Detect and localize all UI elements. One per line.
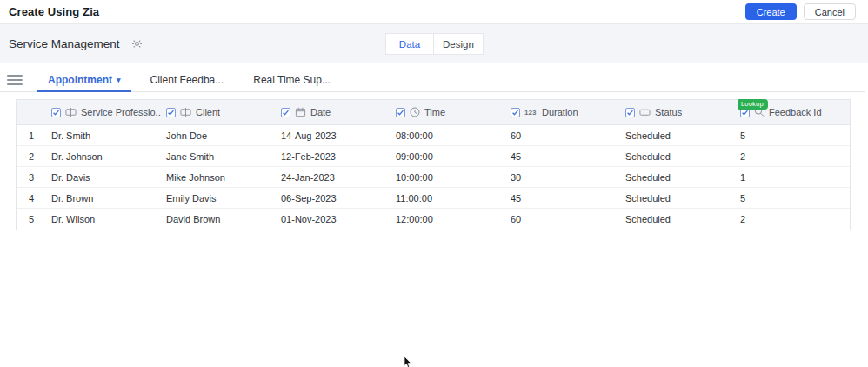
tab-label: Client Feedba... bbox=[150, 74, 224, 86]
text-field-icon bbox=[180, 107, 191, 117]
panel-right-edge bbox=[865, 63, 865, 367]
clock-icon bbox=[410, 107, 420, 117]
form-tab-bar: Appointment ▾ Client Feedba... Real Time… bbox=[0, 69, 865, 92]
table-cell: Mike Johnson bbox=[161, 172, 276, 183]
row-number: 5 bbox=[17, 214, 46, 224]
table-cell: 45 bbox=[505, 151, 620, 162]
data-preview-table: Service Professio...ClientDateTime123Dur… bbox=[16, 99, 851, 230]
column-label: Client bbox=[196, 107, 220, 117]
create-button[interactable]: Create bbox=[745, 3, 797, 20]
tab-data[interactable]: Data bbox=[385, 33, 434, 55]
table-cell: Emily Davis bbox=[161, 193, 276, 204]
row-number: 4 bbox=[17, 193, 46, 204]
table-cell: 06-Sep-2023 bbox=[276, 193, 391, 204]
table-cell: Scheduled bbox=[620, 130, 735, 141]
cancel-button[interactable]: Cancel bbox=[804, 3, 856, 20]
table-cell: Jane Smith bbox=[161, 151, 276, 162]
app-name: Service Management bbox=[9, 37, 120, 50]
table-header-row: Service Professio...ClientDateTime123Dur… bbox=[17, 100, 850, 125]
table-cell: David Brown bbox=[161, 214, 276, 224]
table-cell: Dr. Wilson bbox=[46, 214, 161, 224]
column-checkbox[interactable] bbox=[281, 108, 290, 117]
table-cell: 10:00:00 bbox=[391, 172, 505, 183]
table-cell: Dr. Smith bbox=[46, 130, 161, 141]
tab-client-feedback[interactable]: Client Feedba... bbox=[136, 69, 239, 91]
column-label: Status bbox=[655, 107, 682, 117]
mouse-cursor-icon bbox=[404, 356, 412, 367]
svg-text:123: 123 bbox=[524, 109, 537, 117]
table-cell: Dr. Johnson bbox=[46, 151, 161, 162]
table-cell: 60 bbox=[505, 130, 620, 141]
chevron-down-icon: ▾ bbox=[117, 76, 121, 84]
table-cell: Dr. Brown bbox=[46, 193, 161, 204]
column-checkbox[interactable] bbox=[511, 108, 520, 117]
table-cell: Dr. Davis bbox=[46, 172, 161, 183]
toolbar: Service Management Data Design bbox=[0, 24, 868, 63]
row-number: 1 bbox=[17, 130, 46, 141]
tab-label: Appointment bbox=[48, 74, 112, 86]
table-cell: 08:00:00 bbox=[391, 130, 505, 141]
column-header-duration[interactable]: 123Duration bbox=[505, 107, 620, 117]
table-cell: 60 bbox=[505, 214, 620, 224]
table-cell: 1 bbox=[735, 172, 850, 183]
column-header-service-professio[interactable]: Service Professio... bbox=[46, 107, 161, 117]
table-cell: 01-Nov-2023 bbox=[276, 214, 391, 224]
header-actions: Create Cancel bbox=[745, 3, 856, 20]
column-label: Feedback Id bbox=[769, 107, 822, 117]
table-cell: Scheduled bbox=[620, 151, 735, 162]
table-row[interactable]: 2Dr. JohnsonJane Smith12-Feb-202309:00:0… bbox=[17, 146, 850, 167]
table-cell: Scheduled bbox=[620, 214, 735, 224]
column-header-date[interactable]: Date bbox=[276, 107, 391, 117]
row-number: 3 bbox=[17, 172, 46, 183]
table-body: 1Dr. SmithJohn Doe14-Aug-202308:00:0060S… bbox=[17, 125, 850, 230]
column-header-time[interactable]: Time bbox=[391, 107, 505, 117]
column-header-client[interactable]: Client bbox=[161, 107, 276, 117]
column-label: Duration bbox=[542, 107, 578, 117]
table-cell: 30 bbox=[505, 172, 620, 183]
table-row[interactable]: 5Dr. WilsonDavid Brown01-Nov-202312:00:0… bbox=[17, 209, 850, 230]
table-cell: Scheduled bbox=[620, 193, 735, 204]
top-bar: Create Using Zia Create Cancel bbox=[0, 0, 868, 24]
table-cell: 11:00:00 bbox=[391, 193, 505, 204]
column-label: Time bbox=[424, 107, 445, 117]
tab-real-time-support[interactable]: Real Time Sup... bbox=[238, 69, 345, 91]
table-cell: Scheduled bbox=[620, 172, 735, 183]
tab-appointment[interactable]: Appointment ▾ bbox=[33, 69, 136, 91]
table-cell: 45 bbox=[505, 193, 620, 204]
table-cell: John Doe bbox=[161, 130, 276, 141]
column-label: Date bbox=[310, 107, 331, 117]
column-checkbox[interactable] bbox=[166, 108, 176, 117]
table-row[interactable]: 1Dr. SmithJohn Doe14-Aug-202308:00:0060S… bbox=[17, 125, 850, 146]
tab-label: Real Time Sup... bbox=[253, 74, 331, 86]
number-123-icon: 123 bbox=[524, 108, 537, 117]
menu-hamburger-icon[interactable] bbox=[7, 75, 23, 85]
settings-gear-icon[interactable] bbox=[131, 38, 143, 50]
data-design-switch: Data Design bbox=[385, 33, 484, 55]
table-cell: 5 bbox=[735, 193, 850, 204]
column-checkbox[interactable] bbox=[396, 108, 405, 117]
table-cell: 12-Feb-2023 bbox=[276, 151, 391, 162]
table-cell: 24-Jan-2023 bbox=[276, 172, 391, 183]
calendar-icon bbox=[295, 107, 306, 117]
row-number: 2 bbox=[17, 151, 46, 162]
table-cell: 5 bbox=[735, 130, 850, 141]
text-field-icon bbox=[65, 107, 77, 117]
column-checkbox[interactable] bbox=[625, 108, 635, 117]
table-row[interactable]: 4Dr. BrownEmily Davis06-Sep-202311:00:00… bbox=[17, 188, 850, 209]
table-cell: 09:00:00 bbox=[391, 151, 505, 162]
table-cell: 2 bbox=[735, 151, 850, 162]
dropdown-field-icon bbox=[639, 107, 651, 117]
column-header-status[interactable]: Status bbox=[620, 107, 735, 117]
lookup-badge: Lookup bbox=[738, 99, 768, 110]
column-header-feedback-id[interactable]: LookupFeedback Id bbox=[735, 107, 850, 117]
column-label: Service Professio... bbox=[81, 107, 161, 117]
page-title: Create Using Zia bbox=[9, 5, 99, 18]
table-cell: 12:00:00 bbox=[391, 214, 505, 224]
tab-design[interactable]: Design bbox=[433, 33, 484, 55]
table-cell: 14-Aug-2023 bbox=[276, 130, 391, 141]
column-checkbox[interactable] bbox=[51, 108, 61, 117]
table-cell: 2 bbox=[735, 214, 850, 224]
table-row[interactable]: 3Dr. DavisMike Johnson24-Jan-202310:00:0… bbox=[17, 167, 850, 188]
